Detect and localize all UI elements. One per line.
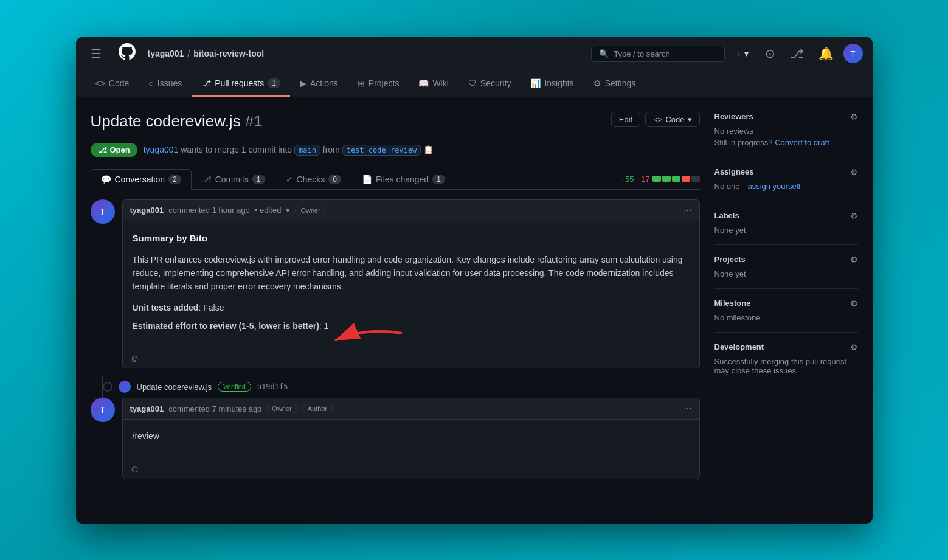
- milestone-header: Milestone ⚙: [714, 299, 858, 308]
- pr-number: #1: [245, 112, 263, 130]
- tab-checks[interactable]: ✓ Checks 0: [275, 169, 351, 189]
- plus-button[interactable]: + ▾: [730, 46, 755, 61]
- user-avatar[interactable]: T: [843, 44, 863, 63]
- wiki-icon: 📖: [418, 78, 429, 88]
- pr-icon: ⎇: [201, 78, 211, 88]
- assignees-no-one: No one—: [714, 182, 748, 191]
- reviewers-gear-icon[interactable]: ⚙: [850, 112, 858, 122]
- nav-insights[interactable]: 📊 Insights: [521, 71, 583, 97]
- fork-button[interactable]: ⎇: [785, 44, 809, 63]
- main-content: Update codereview.js #1 Edit <> Code ▾ ⎇…: [76, 97, 873, 486]
- convert-to-draft-link[interactable]: Convert to draft: [775, 138, 829, 147]
- commit-avatar: [119, 381, 131, 393]
- comment-1-emoji-button[interactable]: ☺: [130, 353, 140, 364]
- base-branch-label[interactable]: main: [294, 145, 320, 156]
- insights-icon: 📊: [530, 78, 541, 88]
- reviewers-title: Reviewers: [714, 112, 753, 121]
- diff-additions: +55: [620, 175, 634, 184]
- pr-status-text: Open: [110, 145, 130, 154]
- pr-tabs: 💬 Conversation 2 ⎇ Commits 1 ✓ Checks 0 …: [91, 169, 700, 190]
- comment-2-footer: ☺: [123, 460, 699, 479]
- diff-deletions: −17: [636, 175, 649, 184]
- github-logo: [119, 43, 136, 64]
- nav-projects[interactable]: ⊞ Projects: [348, 71, 409, 97]
- labels-gear-icon[interactable]: ⚙: [850, 211, 858, 221]
- nav-issues-label: Issues: [157, 78, 182, 88]
- comment-2-header: tyaga001 commented 7 minutes ago Owner A…: [123, 398, 699, 420]
- comment-1-avatar: T: [91, 199, 115, 224]
- development-section: Development ⚙ Successfully merging this …: [714, 342, 858, 385]
- comment-1-menu[interactable]: ···: [683, 205, 691, 216]
- breadcrumb-user[interactable]: tyaga001: [148, 49, 184, 58]
- tab-commits[interactable]: ⎇ Commits 1: [192, 169, 275, 189]
- comment-2-timestamp: commented 7 minutes ago: [168, 404, 261, 413]
- effort-label: Estimated effort to review (1-5, lower i…: [133, 321, 319, 331]
- comment-1-role-badge: Owner: [295, 206, 325, 215]
- hamburger-button[interactable]: ☰: [86, 44, 106, 63]
- nav-wiki[interactable]: 📖 Wiki: [409, 71, 458, 97]
- comment-2-menu[interactable]: ···: [683, 403, 691, 414]
- plus-icon: +: [736, 49, 741, 58]
- settings-icon: ⚙: [593, 78, 601, 88]
- unit-tests-value: : False: [198, 303, 224, 313]
- tab-conversation[interactable]: 💬 Conversation 2: [91, 169, 192, 190]
- compare-branch-label[interactable]: test_code_review: [342, 145, 421, 156]
- diff-bar-seg-4: [682, 176, 690, 182]
- copy-branch-icon[interactable]: 📋: [423, 145, 434, 154]
- comment-1-header: tyaga001 commented 1 hour ago • edited ▾…: [123, 200, 699, 221]
- pr-from-text: from: [323, 145, 342, 154]
- milestone-gear-icon[interactable]: ⚙: [850, 299, 858, 308]
- nav-issues[interactable]: ○ Issues: [139, 71, 192, 97]
- projects-header: Projects ⚙: [714, 255, 858, 264]
- development-gear-icon[interactable]: ⚙: [850, 342, 858, 352]
- assignees-title: Assignees: [714, 167, 754, 176]
- commit-line: Update codereview.js Verified b19d1f5: [91, 376, 700, 398]
- nav-security[interactable]: 🛡 Security: [458, 71, 521, 97]
- pr-count-badge: 1: [268, 78, 280, 88]
- nav-settings-label: Settings: [605, 78, 636, 88]
- search-bar[interactable]: 🔍 Type / to search: [591, 46, 725, 62]
- breadcrumb-repo: bitoai-review-tool: [193, 49, 264, 58]
- projects-title: Projects: [714, 255, 746, 264]
- edit-button[interactable]: Edit: [611, 112, 640, 127]
- comment-2-body-text: /review: [133, 429, 690, 443]
- nav-insights-label: Insights: [544, 78, 573, 88]
- projects-gear-icon[interactable]: ⚙: [850, 255, 858, 264]
- comment-2-emoji-button[interactable]: ☺: [130, 464, 140, 475]
- tab-commits-label: Commits: [215, 175, 249, 184]
- diff-bar-seg-1: [652, 176, 661, 182]
- pr-author-link[interactable]: tyaga001: [144, 145, 179, 154]
- conversation-badge: 2: [168, 175, 181, 184]
- nav-settings[interactable]: ⚙ Settings: [584, 71, 646, 97]
- comments-section: T tyaga001 commented 1 hour ago • edited…: [91, 190, 700, 479]
- commit-message: Update codereview.js: [137, 382, 212, 392]
- pr-title: Update codereview.js #1: [91, 112, 700, 131]
- chevron-down-icon: ▾: [744, 49, 749, 58]
- reviewers-no-reviews: No reviews: [714, 126, 858, 136]
- comment-2-wrapper: T tyaga001 commented 7 minutes ago Owner…: [91, 398, 700, 479]
- commits-icon: ⎇: [202, 175, 212, 184]
- projects-none-yet: None yet: [714, 269, 858, 278]
- assignees-gear-icon[interactable]: ⚙: [850, 167, 858, 177]
- comment-2-author[interactable]: tyaga001: [130, 404, 164, 413]
- tab-files-changed[interactable]: 📄 Files changed 1: [351, 169, 455, 189]
- issues-icon: ○: [148, 78, 153, 88]
- pr-status-badge: ⎇ Open: [91, 143, 137, 157]
- bell-icon: 🔔: [818, 46, 834, 61]
- milestone-section: Milestone ⚙ No milestone: [714, 299, 858, 333]
- copilot-button[interactable]: ⊙: [760, 44, 780, 63]
- code-button[interactable]: <> Code ▾: [645, 112, 699, 127]
- tab-checks-label: Checks: [297, 175, 325, 184]
- comment-2-author-badge: Author: [302, 404, 333, 413]
- nav-actions[interactable]: ▶ Actions: [290, 71, 348, 97]
- comment-1-edit-dropdown[interactable]: ▾: [286, 206, 290, 215]
- assign-yourself-link[interactable]: assign yourself: [747, 182, 800, 191]
- nav-code[interactable]: <> Code: [86, 71, 139, 97]
- nav-security-label: Security: [480, 78, 511, 88]
- nav-pull-requests[interactable]: ⎇ Pull requests 1: [192, 71, 290, 97]
- comment-1-author[interactable]: tyaga001: [130, 206, 164, 215]
- comment-1-timestamp: commented 1 hour ago: [168, 206, 250, 215]
- notification-button[interactable]: 🔔: [814, 44, 839, 63]
- pr-title-text: Update codereview.js: [91, 112, 241, 130]
- commit-hash: b19d1f5: [257, 382, 288, 391]
